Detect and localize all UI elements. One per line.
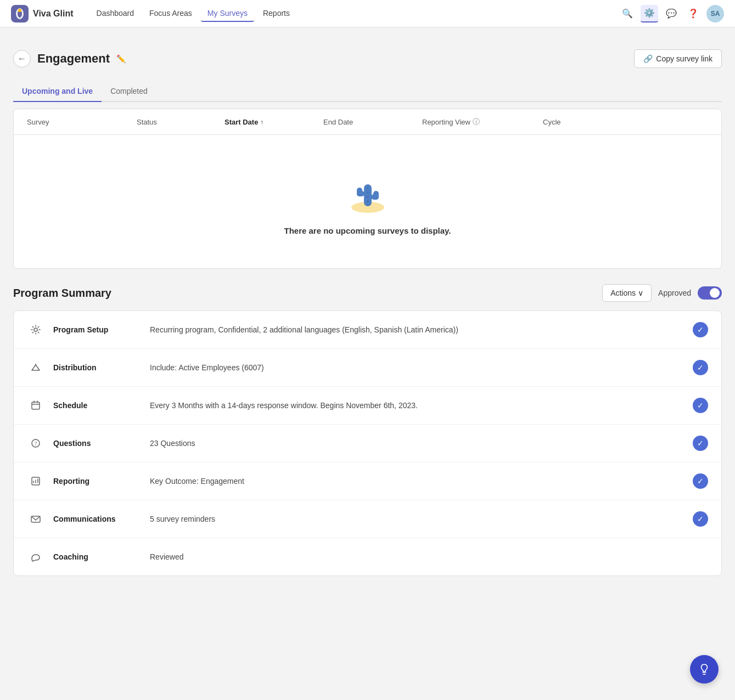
page-header-left: ← Engagement ✏️ [13,50,126,67]
sort-arrow-icon: ↑ [260,118,263,125]
summary-item-program-setup[interactable]: Program Setup Recurring program, Confide… [14,311,721,349]
col-status: Status [137,117,225,127]
reporting-view-info-icon[interactable]: ⓘ [473,117,480,127]
col-reporting-view: Reporting View ⓘ [422,117,543,127]
program-summary-actions: Actions ∨ Approved [602,284,722,302]
summary-item-reporting[interactable]: Reporting Key Outcome: Engagement ✓ [14,462,721,500]
help-icon[interactable]: ❓ [684,5,702,22]
svg-rect-14 [32,402,40,409]
coaching-icon [27,548,44,566]
program-setup-check-icon: ✓ [693,322,708,337]
gear-icon [27,321,44,338]
avatar[interactable]: SA [706,5,724,22]
link-icon: 🔗 [643,54,653,63]
survey-table-card: Survey Status Start Date ↑ End Date Repo… [13,109,722,269]
communications-label: Communications [53,515,141,523]
coaching-desc: Reviewed [150,552,708,561]
summary-item-questions[interactable]: ? Questions 23 Questions ✓ [14,425,721,462]
settings-icon[interactable]: ⚙️ [641,5,658,22]
copy-survey-link-label: Copy survey link [656,54,712,63]
actions-button[interactable]: Actions ∨ [602,284,652,302]
summary-item-coaching[interactable]: Coaching Reviewed [14,538,721,575]
nav-links: Dashboard Focus Areas My Surveys Reports [90,5,619,22]
main-content: ← Engagement ✏️ 🔗 Copy survey link Upcom… [0,27,735,589]
copy-survey-link-button[interactable]: 🔗 Copy survey link [634,49,722,68]
distribution-check-icon: ✓ [693,360,708,375]
questions-desc: 23 Questions [150,439,684,448]
table-empty-state: There are no upcoming surveys to display… [14,135,721,268]
approved-label: Approved [658,289,691,297]
search-icon[interactable]: 🔍 [619,5,636,22]
top-navigation: Viva Glint Dashboard Focus Areas My Surv… [0,0,735,27]
logo[interactable]: Viva Glint [11,5,74,22]
program-summary-header: Program Summary Actions ∨ Approved [13,284,722,302]
edit-icon[interactable]: ✏️ [116,54,126,63]
distribution-desc: Include: Active Employees (6007) [150,363,684,372]
reporting-icon [27,472,44,490]
actions-label: Actions [610,289,636,297]
svg-point-11 [34,328,37,331]
logo-text: Viva Glint [33,9,74,19]
program-setup-label: Program Setup [53,325,141,334]
summary-item-communications[interactable]: Communications 5 survey reminders ✓ [14,500,721,538]
nav-icons: 🔍 ⚙️ 💬 ❓ SA [619,5,724,22]
svg-point-3 [18,9,21,12]
program-summary-section: Program Summary Actions ∨ Approved Pr [13,284,722,576]
reporting-label: Reporting [53,477,141,486]
svg-rect-9 [373,191,379,200]
summary-card: Program Setup Recurring program, Confide… [13,311,722,576]
chevron-down-icon: ∨ [638,289,643,297]
communications-desc: 5 survey reminders [150,515,684,523]
nav-link-my-surveys[interactable]: My Surveys [201,5,254,22]
col-survey: Survey [27,117,137,127]
schedule-icon [27,397,44,414]
tab-upcoming-live[interactable]: Upcoming and Live [13,81,102,102]
table-header: Survey Status Start Date ↑ End Date Repo… [14,109,721,135]
summary-item-distribution[interactable]: Distribution Include: Active Employees (… [14,349,721,387]
program-setup-desc: Recurring program, Confidential, 2 addit… [150,325,684,334]
program-summary-title: Program Summary [13,287,111,300]
distribution-icon [27,359,44,376]
questions-check-icon: ✓ [693,436,708,451]
reporting-check-icon: ✓ [693,473,708,489]
col-start-date[interactable]: Start Date ↑ [225,117,323,127]
questions-icon: ? [27,434,44,452]
svg-rect-7 [357,188,362,196]
col-cycle: Cycle [543,117,609,127]
nav-link-dashboard[interactable]: Dashboard [90,5,141,22]
coaching-label: Coaching [53,552,141,561]
empty-state-text: There are no upcoming surveys to display… [284,226,451,235]
schedule-check-icon: ✓ [693,398,708,413]
nav-link-focus-areas[interactable]: Focus Areas [143,5,199,22]
approved-toggle[interactable] [698,286,722,300]
tab-completed[interactable]: Completed [102,81,156,102]
communications-icon [27,510,44,528]
toggle-slider [698,286,722,300]
svg-text:?: ? [35,441,37,447]
nav-link-reports[interactable]: Reports [256,5,296,22]
page-header: ← Engagement ✏️ 🔗 Copy survey link [13,41,722,72]
schedule-desc: Every 3 Months with a 14-days response w… [150,401,684,410]
survey-tabs: Upcoming and Live Completed [13,81,722,102]
svg-marker-12 [32,365,40,370]
notifications-icon[interactable]: 💬 [663,5,680,22]
empty-state-cactus-icon [343,168,392,217]
questions-label: Questions [53,439,141,448]
communications-check-icon: ✓ [693,511,708,527]
back-button[interactable]: ← [13,50,31,67]
distribution-label: Distribution [53,363,141,372]
col-end-date: End Date [323,117,422,127]
reporting-desc: Key Outcome: Engagement [150,477,684,486]
viva-glint-logo-icon [11,5,29,22]
schedule-label: Schedule [53,401,141,410]
summary-item-schedule[interactable]: Schedule Every 3 Months with a 14-days r… [14,387,721,425]
page-title: Engagement [37,52,110,66]
